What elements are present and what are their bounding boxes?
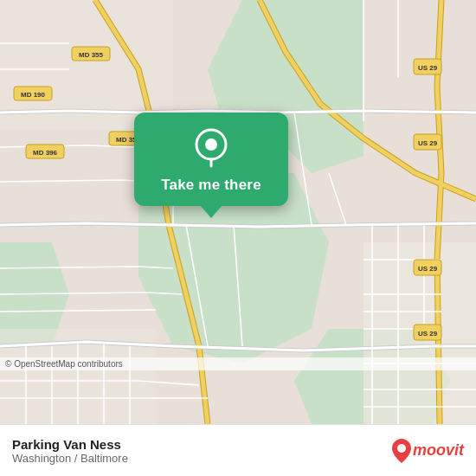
map-attribution: © OpenStreetMap contributors bbox=[0, 357, 476, 370]
moovit-logo: moovit bbox=[392, 439, 464, 463]
svg-text:US 29: US 29 bbox=[418, 64, 438, 72]
svg-text:MD 355: MD 355 bbox=[79, 51, 104, 59]
map-container: MD 355 MD 190 MD 355 MD 396 US 29 US 29 … bbox=[0, 0, 476, 424]
svg-point-27 bbox=[397, 444, 406, 453]
svg-text:US 29: US 29 bbox=[418, 330, 438, 338]
location-info: Parking Van Ness Washington / Baltimore bbox=[12, 437, 392, 465]
moovit-pin-icon bbox=[392, 439, 411, 463]
popup-card[interactable]: Take me there bbox=[134, 113, 288, 206]
map-pin-icon bbox=[191, 128, 231, 168]
location-name: Parking Van Ness bbox=[12, 437, 392, 452]
svg-text:MD 190: MD 190 bbox=[21, 91, 46, 99]
location-region: Washington / Baltimore bbox=[12, 452, 392, 465]
svg-text:MD 396: MD 396 bbox=[33, 149, 58, 157]
svg-text:US 29: US 29 bbox=[418, 265, 438, 273]
bottom-bar: Parking Van Ness Washington / Baltimore … bbox=[0, 424, 476, 476]
take-me-there-button[interactable]: Take me there bbox=[161, 177, 261, 194]
svg-point-25 bbox=[205, 138, 217, 151]
svg-text:US 29: US 29 bbox=[418, 139, 438, 147]
moovit-logo-text: moovit bbox=[413, 441, 464, 460]
